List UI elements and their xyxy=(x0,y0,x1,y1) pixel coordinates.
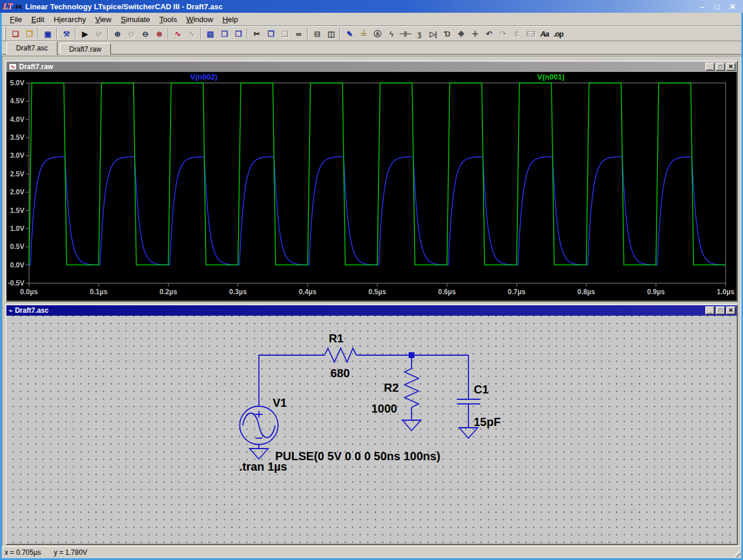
resistor-r2-symbol[interactable] xyxy=(405,358,419,420)
menu-help[interactable]: Help xyxy=(218,14,243,25)
schematic-window-title-bar[interactable]: ⌁ Draft7.asc _ □ ✕ xyxy=(6,305,737,316)
x-axis-label: 0.1µs xyxy=(90,288,108,296)
wire-v1-to-r1[interactable] xyxy=(259,355,324,406)
resize-grip[interactable] xyxy=(733,550,741,558)
place-component-icon[interactable]: Ɗ xyxy=(440,27,454,40)
r2-designator[interactable]: R2 xyxy=(384,381,399,394)
v1-value[interactable]: PULSE(0 5V 0 0 0 50ns 100ns) xyxy=(275,450,441,463)
spice-directive-text[interactable]: .tran 1µs xyxy=(239,460,287,473)
close-icon[interactable]: ✕ xyxy=(728,2,737,11)
wave-maximize-icon[interactable]: □ xyxy=(716,63,725,71)
zoom-full-extents-icon[interactable]: ⊗ xyxy=(152,27,166,40)
place-capacitor-icon[interactable]: ⊣⊢ xyxy=(398,27,412,40)
undo-icon[interactable]: ↶ xyxy=(482,27,496,40)
place-inductor-icon[interactable]: ʒ xyxy=(412,27,426,40)
capacitor-c1-symbol[interactable] xyxy=(457,399,480,404)
mdi-area: ∿ Draft7.raw _ □ ✕ 5.0V4.5V4.0V3.5V3.0V2… xyxy=(2,56,741,547)
schem-maximize-icon[interactable]: □ xyxy=(716,306,725,315)
ground-r2-icon[interactable] xyxy=(402,420,421,431)
r1-designator[interactable]: R1 xyxy=(329,332,344,345)
toolbar: ❏❐▣⚒▶⊘⊕⊙⊖⊗∿∿▤❒❒✂❐❑∞⊟◫✎╧Ⓐϟ⊣⊢ʒ▷|Ɗ✥✛↶↷ƐE∃Aa… xyxy=(2,27,741,41)
y-axis-label: -0.5V xyxy=(8,279,24,287)
x-axis-label: 0.4µs xyxy=(299,288,317,296)
menu-edit[interactable]: Edit xyxy=(27,14,49,25)
place-net-label-icon[interactable]: Ⓐ xyxy=(370,27,384,40)
maximize-icon[interactable]: □ xyxy=(713,2,722,11)
resistor-r1-symbol[interactable] xyxy=(324,348,356,362)
schematic-canvas[interactable]: R1 680 R2 1000 C1 15pF V1 PULSE(0 5V 0 0… xyxy=(6,316,737,544)
y-axis-label: 5.0V xyxy=(10,79,24,87)
tile-windows-icon[interactable]: ▤ xyxy=(203,27,217,40)
waveform-window-title-bar[interactable]: ∿ Draft7.raw _ □ ✕ xyxy=(6,62,737,72)
x-axis-label: 1.0µs xyxy=(717,288,735,296)
find-icon[interactable]: ∞ xyxy=(291,27,305,40)
app-icon: -⋈ xyxy=(13,3,22,10)
x-axis-label: 0.2µs xyxy=(160,288,178,296)
schem-close-icon[interactable]: ✕ xyxy=(726,306,735,315)
cut-icon[interactable]: ✂ xyxy=(250,27,264,40)
cascade-windows-alt-icon[interactable]: ❒ xyxy=(231,27,245,40)
place-diode-icon[interactable]: ▷| xyxy=(426,27,440,40)
x-axis-label: 0.9µs xyxy=(647,288,665,296)
menu-window[interactable]: Window xyxy=(182,14,218,25)
cursor-y-readout: y = 1.780V xyxy=(54,548,88,557)
wave-minimize-icon[interactable]: _ xyxy=(705,63,715,71)
drag-icon[interactable]: ✛ xyxy=(468,27,482,40)
tab-draft7-asc[interactable]: Draft7.asc xyxy=(6,41,57,55)
copy-icon[interactable]: ❐ xyxy=(264,27,277,40)
zoom-in-icon[interactable]: ⊕ xyxy=(110,27,124,40)
menu-view[interactable]: View xyxy=(91,14,116,25)
waveform-plot-area[interactable]: 5.0V4.5V4.0V3.5V3.0V2.5V2.0V1.5V1.0V0.5V… xyxy=(6,72,737,301)
print-icon[interactable]: ◫ xyxy=(324,27,338,40)
new-schematic-icon[interactable]: ❏ xyxy=(8,27,22,40)
legend-vn001[interactable]: V(n001) xyxy=(538,73,565,81)
toolbar-separator xyxy=(107,28,109,39)
menu-bar: FileEditHierarchyViewSimulateToolsWindow… xyxy=(2,13,741,26)
rotate-icon: Ɛ xyxy=(510,27,524,40)
place-ground-icon[interactable]: ╧ xyxy=(356,27,370,40)
tab-strip: Draft7.ascDraft7.raw xyxy=(2,41,741,56)
print-preview-icon[interactable]: ⊟ xyxy=(310,27,324,40)
place-text-icon[interactable]: Aa xyxy=(538,27,551,40)
toolbar-grip[interactable] xyxy=(4,28,6,39)
junction-node[interactable] xyxy=(409,352,414,358)
c1-value[interactable]: 15pF xyxy=(474,416,501,428)
zoom-out-icon[interactable]: ⊖ xyxy=(138,27,152,40)
minimize-icon[interactable]: – xyxy=(698,2,707,11)
menu-hierarchy[interactable]: Hierarchy xyxy=(49,14,91,25)
tab-draft7-raw[interactable]: Draft7.raw xyxy=(60,43,111,55)
menu-tools[interactable]: Tools xyxy=(155,14,182,25)
place-resistor-icon[interactable]: ϟ xyxy=(384,27,398,40)
save-icon[interactable]: ▣ xyxy=(41,27,55,40)
cascade-windows-icon[interactable]: ❒ xyxy=(217,27,231,40)
y-axis-label: 1.5V xyxy=(10,207,24,215)
lt-logo-icon: LT xyxy=(2,2,12,11)
waveform-window-title: Draft7.raw xyxy=(19,63,53,71)
ground-c1-icon[interactable] xyxy=(459,428,478,438)
r2-value[interactable]: 1000 xyxy=(372,402,398,415)
wave-close-icon[interactable]: ✕ xyxy=(726,63,735,71)
waveform-file-icon: ∿ xyxy=(9,63,17,70)
open-file-icon[interactable]: ❐ xyxy=(22,27,36,40)
tab-baseline xyxy=(2,54,741,55)
ground-v1-icon[interactable] xyxy=(250,449,268,459)
paste-icon: ❑ xyxy=(277,27,291,40)
spice-directive-icon[interactable]: .op xyxy=(551,27,565,40)
legend-vn002[interactable]: V(n002) xyxy=(190,73,218,81)
toolbar-separator xyxy=(200,28,201,39)
run-simulation-icon[interactable]: ▶ xyxy=(78,27,92,40)
y-axis-label: 1.0V xyxy=(10,225,24,233)
y-axis-label: 2.0V xyxy=(10,188,24,196)
menu-simulate[interactable]: Simulate xyxy=(116,14,155,25)
c1-designator[interactable]: C1 xyxy=(474,383,489,396)
move-icon[interactable]: ✥ xyxy=(454,27,468,40)
waveform-plot-icon[interactable]: ∿ xyxy=(171,27,185,40)
trace-v-n001[interactable] xyxy=(29,83,726,265)
draw-wire-pencil-icon[interactable]: ✎ xyxy=(342,27,356,40)
x-axis-label: 0.7µs xyxy=(508,288,526,296)
control-panel-hammer-icon[interactable]: ⚒ xyxy=(59,27,73,40)
schem-minimize-icon[interactable]: _ xyxy=(705,306,715,315)
menu-file[interactable]: File xyxy=(5,14,27,25)
r1-value[interactable]: 680 xyxy=(330,367,349,380)
v1-designator[interactable]: V1 xyxy=(273,396,287,409)
